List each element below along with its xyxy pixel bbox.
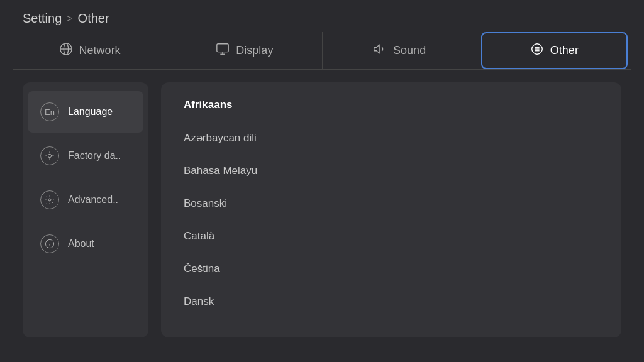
sidebar-label-factory: Factory da..	[68, 150, 121, 162]
breadcrumb-root: Setting	[23, 11, 62, 26]
svg-rect-3	[217, 44, 228, 52]
tab-wrapper-sound: Sound	[323, 32, 477, 69]
lang-icon: En	[40, 102, 59, 121]
tab-other-label: Other	[550, 44, 579, 57]
sound-icon	[373, 42, 387, 59]
language-item-azerbaijani[interactable]: Azərbaycan dili	[166, 121, 616, 155]
tab-display[interactable]: Display	[167, 32, 321, 69]
sidebar-item-factory[interactable]: Factory da..	[28, 135, 143, 177]
tab-sound-label: Sound	[393, 44, 426, 57]
factory-icon	[40, 146, 59, 165]
tabs-bar: Network Display	[13, 32, 631, 70]
svg-marker-5	[374, 45, 379, 53]
content-area: En Language Factory da..	[0, 70, 644, 350]
svg-point-15	[48, 199, 51, 201]
language-item-bosanski[interactable]: Bosanski	[166, 187, 616, 220]
language-list-panel: Afrikaans Azərbaycan dili Bahasa Melayu …	[161, 82, 621, 337]
breadcrumb-current: Other	[78, 11, 109, 26]
sidebar-item-about[interactable]: About	[28, 223, 143, 265]
tab-wrapper-display: Display	[167, 32, 322, 69]
sidebar-item-language[interactable]: En Language	[28, 91, 143, 133]
breadcrumb: Setting > Other	[23, 11, 109, 26]
language-item-catala[interactable]: Català	[166, 220, 616, 253]
sidebar-label-about: About	[68, 238, 94, 250]
globe-icon	[59, 42, 73, 59]
breadcrumb-separator: >	[67, 13, 72, 25]
language-item-bahasa[interactable]: Bahasa Melayu	[166, 155, 616, 187]
header: Setting > Other Network	[0, 0, 644, 70]
info-icon	[40, 234, 59, 253]
tab-network[interactable]: Network	[13, 32, 167, 69]
menu-icon	[530, 42, 544, 59]
language-item-cestina[interactable]: Čeština	[166, 253, 616, 285]
tab-display-label: Display	[236, 44, 273, 57]
tab-network-label: Network	[79, 44, 121, 57]
sidebar-label-advanced: Advanced..	[68, 194, 118, 206]
display-icon	[216, 42, 230, 59]
tab-wrapper-other: Other	[477, 32, 631, 69]
advanced-icon	[40, 190, 59, 209]
language-item-afrikaans[interactable]: Afrikaans	[166, 89, 616, 121]
tab-wrapper-network: Network	[13, 32, 167, 69]
sidebar-item-advanced[interactable]: Advanced..	[28, 179, 143, 221]
sidebar: En Language Factory da..	[23, 82, 148, 337]
sidebar-label-language: Language	[68, 106, 113, 118]
svg-point-10	[48, 154, 51, 157]
language-item-dansk[interactable]: Dansk	[166, 285, 616, 318]
tab-sound[interactable]: Sound	[323, 32, 477, 69]
tab-other[interactable]: Other	[481, 32, 628, 69]
